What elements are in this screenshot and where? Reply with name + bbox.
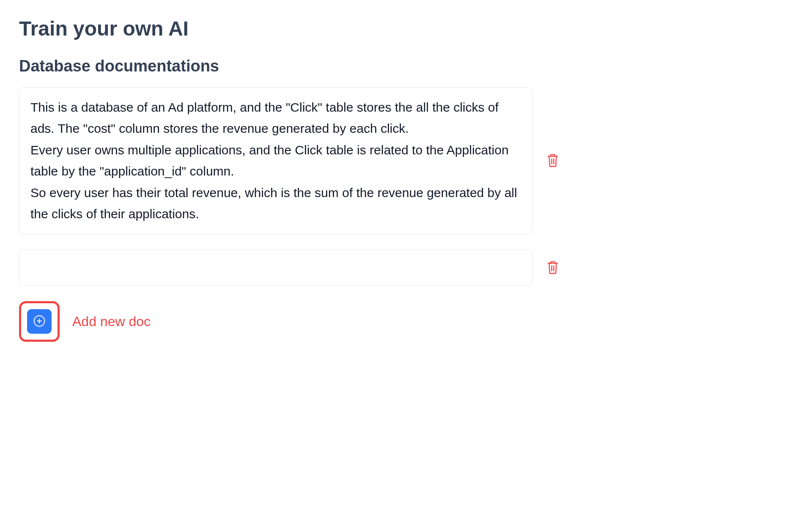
doc-content: This is a database of an Ad platform, an… [30,100,517,221]
page-root: Train your own AI Database documentation… [0,0,812,359]
add-doc-row: Add new doc [19,301,793,342]
doc-row: This is a database of an Ad platform, an… [19,87,793,234]
plus-circle-icon [33,315,46,329]
page-title: Train your own AI [19,17,793,40]
section-title: Database documentations [19,57,793,75]
trash-icon [546,260,559,276]
delete-doc-button[interactable] [544,152,561,169]
trash-icon [546,153,559,169]
add-doc-label: Add new doc [72,314,151,329]
doc-row [19,250,793,286]
doc-card[interactable]: This is a database of an Ad platform, an… [19,87,532,234]
add-doc-button[interactable] [27,309,52,334]
add-doc-highlight [19,301,60,342]
delete-doc-button[interactable] [544,259,561,276]
doc-card-empty[interactable] [19,250,532,286]
